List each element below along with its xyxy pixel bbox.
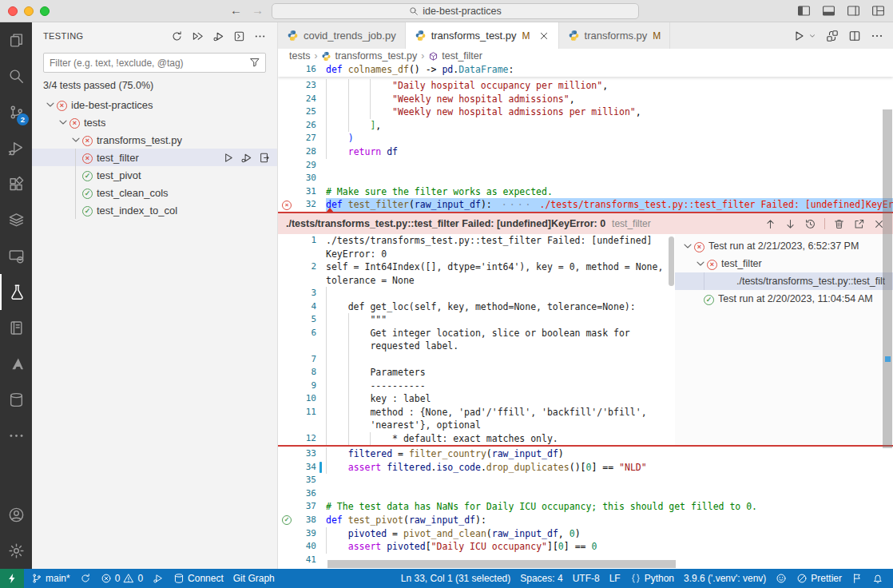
- test-tree-item-test_index_to_col[interactable]: ✓test_index_to_col: [32, 201, 277, 219]
- test-tree-item-test_pivot[interactable]: ✓test_pivot: [32, 166, 277, 184]
- close-window-button[interactable]: [8, 6, 18, 16]
- activity-item-database[interactable]: [0, 382, 32, 418]
- status-prettier[interactable]: Prettier: [796, 573, 842, 584]
- status-encoding[interactable]: UTF-8: [573, 573, 600, 584]
- status-language[interactable]: Python: [630, 573, 674, 584]
- activity-item-source-control[interactable]: 2: [0, 94, 32, 130]
- gutter-test-failed-icon[interactable]: ×: [278, 198, 296, 212]
- test-passed-icon: ✓: [82, 186, 93, 199]
- debug-run-button[interactable]: [212, 30, 224, 42]
- activity-item-testing[interactable]: [0, 274, 32, 310]
- status-notifications[interactable]: [872, 573, 883, 584]
- status-problems[interactable]: 00: [101, 573, 143, 584]
- debug-run-test-button[interactable]: [240, 152, 252, 164]
- peek-history-button[interactable]: [804, 218, 816, 230]
- breadcrumb-item[interactable]: transforms_test.py: [321, 50, 417, 62]
- minimize-window-button[interactable]: [24, 6, 34, 16]
- code-line-26: 26 ],: [278, 119, 893, 133]
- run-file-button[interactable]: [792, 30, 805, 42]
- code-line-29: 29: [278, 159, 893, 173]
- chevron-down-icon[interactable]: [69, 133, 82, 146]
- breadcrumb-item[interactable]: tests: [289, 50, 310, 62]
- status-feedback[interactable]: [776, 573, 787, 584]
- activity-item-extensions[interactable]: [0, 166, 32, 202]
- remote-explorer-icon: [8, 248, 25, 264]
- test-label: ide-best-practices: [71, 99, 153, 111]
- chevron-down-icon[interactable]: [57, 116, 69, 129]
- zoom-window-button[interactable]: [40, 6, 50, 16]
- status-git-graph[interactable]: Git Graph: [233, 573, 275, 584]
- toggle-panel-bottom-button[interactable]: [822, 4, 835, 18]
- output-box-button[interactable]: [233, 30, 245, 42]
- status-indentation[interactable]: Spaces: 4: [520, 573, 562, 584]
- activity-item-remote-explorer[interactable]: [0, 238, 32, 274]
- refresh-button[interactable]: [171, 30, 183, 42]
- activity-item-more[interactable]: [0, 418, 32, 454]
- activity-item-layers[interactable]: [0, 202, 32, 238]
- chevron-down-icon[interactable]: [681, 240, 694, 252]
- run-all-button[interactable]: [192, 30, 204, 42]
- vertical-scrollbar-thumb[interactable]: [883, 109, 892, 448]
- vscode-window: ← → ide-best-practices 2 TESTING 3/4 tes…: [0, 0, 893, 588]
- test-tree-item-test_clean_cols[interactable]: ✓test_clean_cols: [32, 184, 277, 201]
- status-eol[interactable]: LF: [609, 573, 621, 584]
- chevron-down-icon[interactable]: [44, 98, 57, 111]
- run-options-chevron[interactable]: [808, 32, 816, 40]
- goto-file-test-button[interactable]: [259, 152, 271, 164]
- open-changes-button[interactable]: [826, 30, 839, 42]
- status-branch[interactable]: main*: [31, 573, 70, 584]
- toggle-panel-left-button[interactable]: [797, 4, 811, 18]
- status-sync[interactable]: [80, 573, 91, 584]
- run-test-button[interactable]: [222, 152, 234, 164]
- database-icon: [173, 573, 185, 584]
- chevron-down-icon[interactable]: [694, 257, 707, 270]
- test-tree-item-ide-best-practices[interactable]: ×ide-best-practices: [32, 96, 277, 113]
- tab-covid_trends_job.py[interactable]: covid_trends_job.py: [278, 22, 406, 49]
- activity-item-search[interactable]: [0, 58, 32, 94]
- test-label: test_clean_cols: [97, 187, 169, 199]
- more-actions-button[interactable]: [871, 30, 883, 42]
- breadcrumb-separator: ›: [421, 50, 424, 62]
- status-debug[interactable]: [153, 573, 164, 584]
- test-filter-input[interactable]: [43, 53, 266, 73]
- activity-item-account[interactable]: [0, 497, 32, 533]
- activity-item-run-debug[interactable]: [0, 130, 32, 166]
- peek-trash-button[interactable]: [833, 218, 845, 230]
- test-tree-item-transforms_test.py[interactable]: ×transforms_test.py: [32, 131, 277, 149]
- tab-transforms.py[interactable]: transforms.pyM: [559, 22, 671, 49]
- status-cursor-position[interactable]: Ln 33, Col 1 (31 selected): [401, 573, 510, 584]
- more-button[interactable]: [254, 30, 266, 42]
- activity-item-explorer[interactable]: [0, 22, 32, 58]
- toggle-panel-right-button[interactable]: [847, 4, 860, 18]
- peek-result-item[interactable]: ×Test run at 2/21/2023, 6:52:37 PM: [675, 237, 893, 255]
- code-line-12: 12 * default: exact matches only.: [278, 432, 675, 446]
- navigate-back-button[interactable]: ←: [230, 3, 242, 17]
- status-python-interpreter[interactable]: 3.9.6 ('.venv': venv): [684, 573, 766, 584]
- gutter-test-passed-icon[interactable]: ✓: [278, 514, 296, 527]
- branch-icon: [31, 573, 42, 584]
- remote-indicator[interactable]: [0, 569, 24, 588]
- peek-result-item[interactable]: ./tests/transforms_test.py::test_filt: [675, 272, 893, 290]
- close-tab-icon[interactable]: [538, 30, 550, 42]
- split-editor-button[interactable]: [848, 30, 861, 42]
- peek-result-item[interactable]: ×test_filter: [675, 255, 893, 272]
- test-tree-item-tests[interactable]: ×tests: [32, 113, 277, 131]
- horizontal-scrollbar-thumb[interactable]: [327, 560, 676, 568]
- peek-result-item[interactable]: ✓Test run at 2/20/2023, 11:04:54 AM: [675, 290, 893, 308]
- tab-transforms_test.py[interactable]: transforms_test.pyM: [406, 22, 559, 49]
- activity-item-notebook[interactable]: [0, 310, 32, 346]
- peek-arrow-down-button[interactable]: [784, 218, 796, 230]
- status-connect[interactable]: Connect: [173, 573, 224, 584]
- peek-arrow-up-button[interactable]: [764, 218, 776, 230]
- peek-open-external-button[interactable]: [853, 218, 865, 230]
- activity-item-azure[interactable]: [0, 346, 32, 382]
- funnel-icon[interactable]: [249, 57, 260, 68]
- navigate-forward-button[interactable]: →: [252, 3, 264, 17]
- peek-title: ./tests/transforms_test.py::test_filter …: [286, 218, 605, 229]
- activity-item-settings[interactable]: [0, 533, 32, 569]
- command-center-search[interactable]: ide-best-practices: [272, 3, 639, 19]
- toggle-layout-button[interactable]: [871, 4, 885, 18]
- test-tree-item-test_filter[interactable]: ×test_filter: [32, 149, 277, 166]
- status-flag[interactable]: [851, 573, 863, 584]
- breadcrumb-item[interactable]: test_filter: [428, 50, 482, 62]
